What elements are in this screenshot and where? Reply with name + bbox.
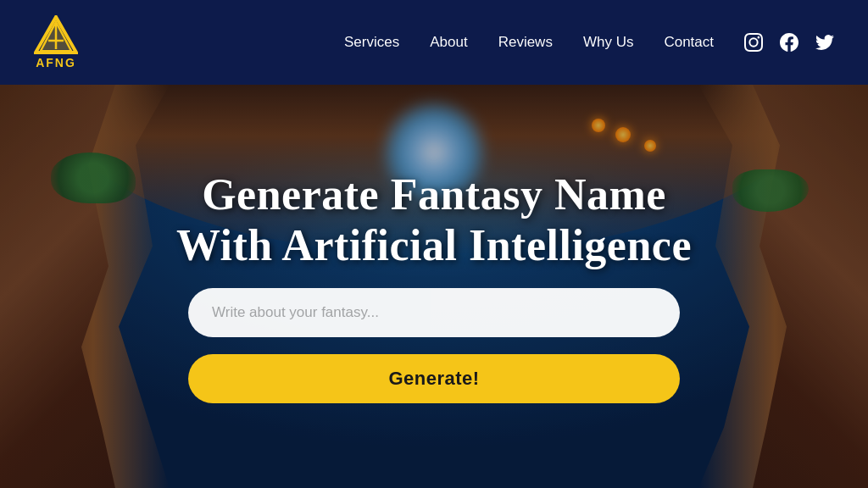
hero-title-line2: With Artificial Intelligence (176, 221, 692, 269)
instagram-icon[interactable] (744, 33, 763, 52)
social-icons (744, 33, 834, 52)
generate-button[interactable]: Generate! (188, 354, 680, 403)
nav-link-why-us[interactable]: Why Us (583, 34, 634, 51)
main-nav: Services About Reviews Why Us Contact (344, 34, 714, 51)
nav-link-services[interactable]: Services (344, 34, 399, 51)
logo-text: AFNG (36, 56, 76, 69)
nav-link-reviews[interactable]: Reviews (498, 34, 553, 51)
nav-link-contact[interactable]: Contact (664, 34, 714, 51)
logo[interactable]: AFNG (34, 15, 78, 69)
hero-title-line1: Generate Fantasy Name (202, 170, 666, 219)
fantasy-input[interactable] (188, 288, 680, 337)
hero-title: Generate Fantasy Name With Artificial In… (176, 169, 692, 271)
twitter-icon[interactable] (815, 33, 834, 52)
hero-content: Generate Fantasy Name With Artificial In… (0, 169, 868, 403)
logo-icon (34, 15, 78, 54)
navbar: AFNG Services About Reviews Why Us Conta… (0, 0, 868, 85)
nav-link-about[interactable]: About (430, 34, 467, 51)
facebook-icon[interactable] (780, 33, 798, 52)
hero-section: Generate Fantasy Name With Artificial In… (0, 85, 868, 488)
